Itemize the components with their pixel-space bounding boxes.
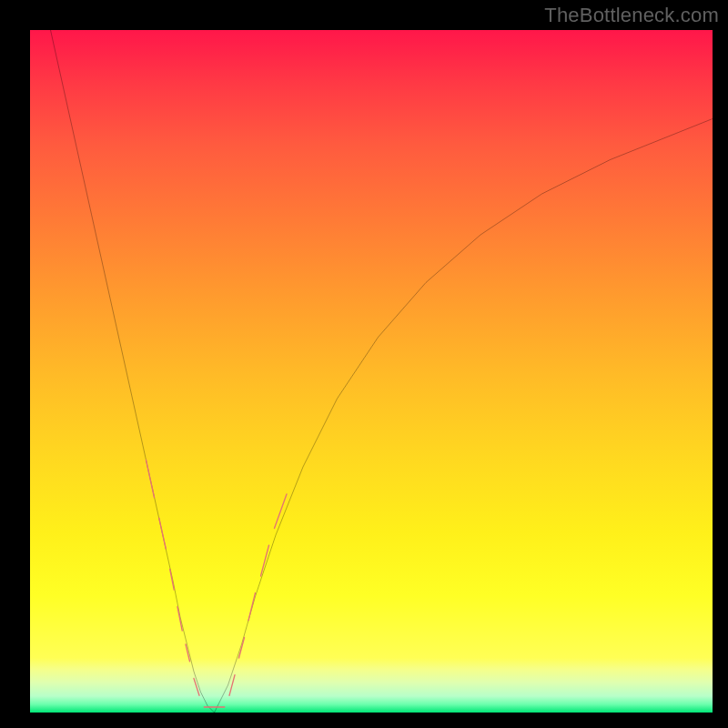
marker-right_segment_4 <box>261 545 269 576</box>
chart-svg <box>30 30 713 713</box>
chart-stage: TheBottleneck.com <box>0 0 728 728</box>
marker-left_segment_3 <box>170 570 175 591</box>
plot-area <box>30 30 713 713</box>
marker-left_segment_4 <box>177 607 182 631</box>
marker-right_segment_1 <box>229 675 235 696</box>
marker-left_segment_1 <box>147 460 155 498</box>
marker-right_segment_2 <box>239 638 245 659</box>
markers-group <box>147 460 288 708</box>
series-left_curve <box>51 30 215 713</box>
marker-right_segment_3 <box>248 593 256 621</box>
curves-group <box>51 30 713 713</box>
watermark-text: TheBottleneck.com <box>544 4 719 27</box>
marker-left_segment_6 <box>194 679 199 696</box>
series-right_curve <box>215 119 713 713</box>
marker-left_segment_2 <box>159 518 167 549</box>
